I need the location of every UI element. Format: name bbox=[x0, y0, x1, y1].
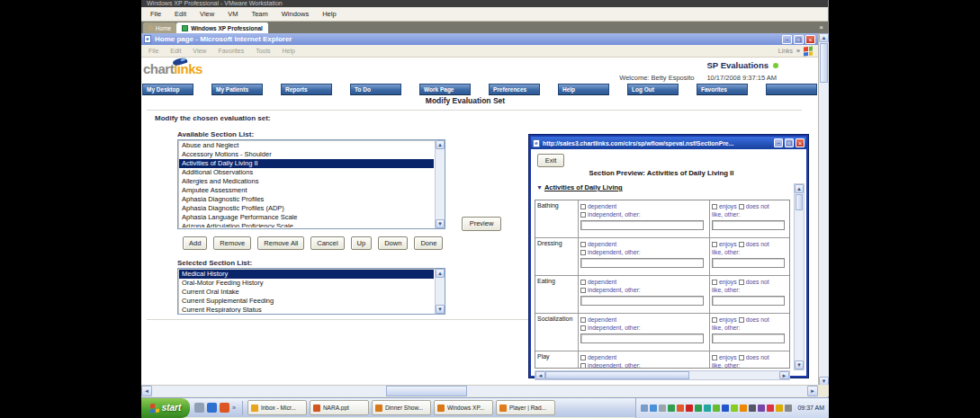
other-text-input[interactable] bbox=[580, 334, 704, 343]
available-section-listbox[interactable]: Abuse and NeglectAccessory Motions - Sho… bbox=[177, 139, 445, 229]
available-item-aphasia-language-performance-scale[interactable]: Aphasia Language Performance Scale bbox=[179, 213, 434, 222]
taskbar-button-dinner-show[interactable]: Dinner Show... bbox=[372, 400, 431, 415]
dependent-checkbox[interactable] bbox=[580, 317, 586, 323]
vmware-menu-edit[interactable]: Edit bbox=[175, 10, 186, 18]
scroll-down-icon[interactable]: ▼ bbox=[436, 305, 445, 314]
start-button[interactable]: start bbox=[141, 398, 190, 418]
available-item-allergies-and-medications[interactable]: Allergies and Medications bbox=[179, 177, 434, 186]
dependent-checkbox[interactable] bbox=[580, 242, 586, 247]
tray-icon-13[interactable] bbox=[749, 405, 756, 412]
available-item-additional-observations[interactable]: Additional Observations bbox=[179, 168, 434, 177]
taskbar-button-windows-xp[interactable]: Windows XP... bbox=[434, 400, 493, 415]
scrollbar-thumb[interactable] bbox=[796, 194, 803, 210]
tray-icon-14[interactable] bbox=[758, 405, 765, 412]
available-item-activities-of-daily-living-ii[interactable]: Activities of Daily Living II bbox=[179, 159, 434, 168]
other-text-input[interactable] bbox=[580, 296, 704, 306]
enjoys-checkbox[interactable] bbox=[712, 204, 717, 209]
links-label[interactable]: Links bbox=[778, 48, 793, 54]
available-item-arizona-articulation-proficiency-scale[interactable]: Arizona Articulation Proficiency Scale bbox=[179, 222, 434, 227]
vmware-menu-vm[interactable]: VM bbox=[228, 10, 238, 18]
enjoys-checkbox[interactable] bbox=[712, 355, 717, 360]
nav-button-my-patients[interactable]: My Patients bbox=[211, 84, 263, 95]
section-link[interactable]: Activities of Daily Living bbox=[544, 183, 623, 191]
scroll-up-icon[interactable]: ▲ bbox=[436, 269, 445, 278]
exit-button[interactable]: Exit bbox=[537, 154, 564, 167]
ie-menu-tools[interactable]: Tools bbox=[256, 48, 270, 54]
tray-icon-2[interactable] bbox=[650, 405, 657, 412]
independent-checkbox[interactable] bbox=[580, 212, 586, 218]
scroll-down-icon[interactable]: ▼ bbox=[436, 219, 445, 228]
taskbar-button-nara-ppt[interactable]: NARA.ppt bbox=[310, 400, 369, 415]
done-button[interactable]: Done bbox=[414, 236, 443, 250]
selected-item-current-supplemental-feeding[interactable]: Current Supplemental Feeding bbox=[179, 297, 434, 306]
scrollbar-thumb[interactable] bbox=[820, 43, 828, 83]
scroll-down-icon[interactable]: ▼ bbox=[795, 360, 804, 369]
selected-item-current-respiratory-status[interactable]: Current Respiratory Status bbox=[179, 306, 434, 313]
tray-icon-9[interactable] bbox=[713, 405, 720, 412]
ie-vertical-scrollbar[interactable]: ▲ ▼ bbox=[818, 33, 829, 386]
other-text-input[interactable] bbox=[580, 220, 704, 230]
available-item-aphasia-diagnostic-profiles[interactable]: Aphasia Diagnostic Profiles bbox=[179, 195, 434, 204]
nav-button-log-out[interactable]: Log Out bbox=[627, 84, 679, 95]
available-item-accessory-motions-shoulder[interactable]: Accessory Motions - Shoulder bbox=[179, 150, 434, 159]
taskbar-button-inbox-micr[interactable]: Inbox - Micr... bbox=[247, 400, 307, 415]
scroll-left-icon[interactable]: ◄ bbox=[141, 386, 152, 396]
tabbar-close-icon[interactable]: × bbox=[819, 23, 823, 31]
tray-icon-15[interactable] bbox=[767, 405, 774, 412]
other-text-input[interactable] bbox=[712, 296, 785, 306]
ie-minimize-button[interactable]: − bbox=[782, 35, 792, 44]
quicklaunch-icon-3[interactable] bbox=[220, 403, 229, 413]
up-button[interactable]: Up bbox=[351, 236, 373, 250]
dependent-checkbox[interactable] bbox=[580, 280, 586, 285]
ie-restore-button[interactable]: ❐ bbox=[794, 35, 804, 44]
vmware-menu-team[interactable]: Team bbox=[251, 10, 267, 18]
dependent-checkbox[interactable] bbox=[580, 355, 586, 360]
quicklaunch-icon-2[interactable] bbox=[207, 403, 217, 413]
tab-windows-xp[interactable]: Windows XP Professional bbox=[176, 22, 268, 33]
vmware-menu-view[interactable]: View bbox=[200, 10, 214, 18]
selected-section-listbox[interactable]: Medical HistoryOral-Motor Feeding Histor… bbox=[177, 268, 445, 315]
vmware-menu-file[interactable]: File bbox=[150, 10, 161, 18]
independent-checkbox[interactable] bbox=[580, 288, 586, 293]
tray-icon-4[interactable] bbox=[668, 405, 675, 412]
scroll-right-icon[interactable]: ► bbox=[779, 371, 789, 379]
tray-icon-8[interactable] bbox=[704, 405, 711, 412]
popup-restore-button[interactable]: ❐ bbox=[785, 138, 794, 147]
does-not-like-checkbox[interactable] bbox=[739, 204, 744, 209]
tray-icon-5[interactable] bbox=[677, 405, 684, 412]
scroll-up-icon[interactable]: ▲ bbox=[795, 184, 804, 193]
nav-button-blank[interactable] bbox=[766, 84, 817, 95]
independent-checkbox[interactable] bbox=[580, 363, 586, 369]
available-item-amputee-assessment[interactable]: Amputee Assessment bbox=[179, 186, 434, 195]
popup-vertical-scrollbar[interactable]: ▲ ▼ bbox=[794, 183, 805, 370]
popup-minimize-button[interactable]: − bbox=[774, 138, 783, 147]
preview-button[interactable]: Preview bbox=[462, 217, 501, 231]
tray-icon-3[interactable] bbox=[659, 405, 666, 412]
scroll-left-icon[interactable]: ◄ bbox=[535, 371, 545, 379]
independent-checkbox[interactable] bbox=[580, 250, 586, 255]
dependent-checkbox[interactable] bbox=[580, 204, 586, 209]
scrollbar-thumb[interactable] bbox=[386, 386, 467, 396]
nav-button-favorites[interactable]: Favorites bbox=[697, 84, 748, 95]
collapse-triangle-icon[interactable]: ▼ bbox=[536, 184, 543, 191]
vmware-menu-help[interactable]: Help bbox=[322, 10, 336, 18]
ie-menu-help[interactable]: Help bbox=[283, 48, 295, 54]
tray-icon-1[interactable] bbox=[641, 405, 648, 412]
does-not-like-checkbox[interactable] bbox=[739, 242, 744, 247]
other-text-input[interactable] bbox=[712, 258, 785, 268]
available-item-abuse-and-neglect[interactable]: Abuse and Neglect bbox=[179, 141, 434, 150]
selected-item-oral-motor-feeding-history[interactable]: Oral-Motor Feeding History bbox=[179, 279, 434, 288]
enjoys-checkbox[interactable] bbox=[712, 317, 717, 323]
nav-button-preferences[interactable]: Preferences bbox=[489, 84, 540, 95]
scroll-up-icon[interactable]: ▲ bbox=[819, 33, 829, 42]
selected-item-current-oral-intake[interactable]: Current Oral Intake bbox=[179, 288, 434, 297]
ie-menu-file[interactable]: File bbox=[148, 48, 158, 54]
tray-icon-10[interactable] bbox=[722, 405, 729, 412]
tray-icon-12[interactable] bbox=[740, 405, 747, 412]
available-scrollbar[interactable]: ▲ ▼ bbox=[435, 140, 445, 228]
nav-button-reports[interactable]: Reports bbox=[281, 84, 332, 95]
remove-button[interactable]: Remove bbox=[213, 236, 251, 250]
selected-scrollbar[interactable]: ▲ ▼ bbox=[435, 269, 445, 314]
scrollbar-thumb[interactable] bbox=[545, 371, 689, 379]
tray-icon-6[interactable] bbox=[686, 405, 693, 412]
